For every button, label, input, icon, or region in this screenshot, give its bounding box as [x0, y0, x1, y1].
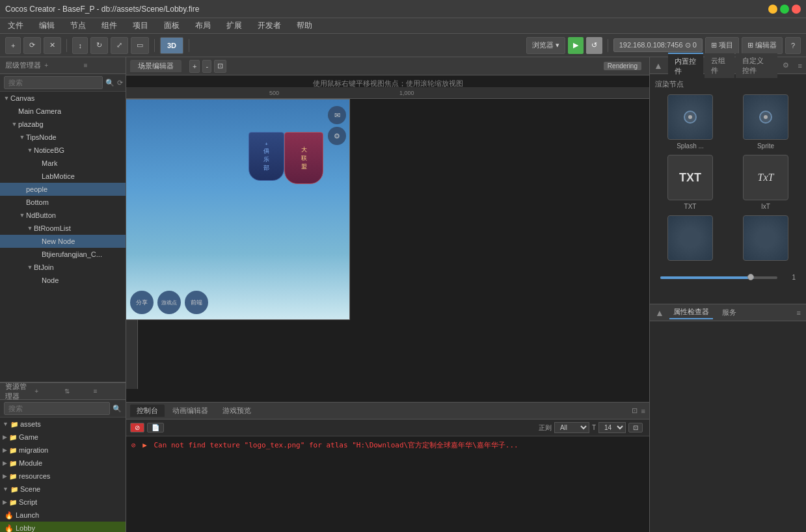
tree-item-node[interactable]: Node	[0, 274, 126, 287]
widget-settings-icon[interactable]: ⚙	[779, 61, 793, 70]
tree-item-people[interactable]: people	[0, 183, 126, 196]
rotate-tool[interactable]: ↻	[90, 37, 108, 54]
icon-mail[interactable]: ✉	[328, 106, 346, 124]
widget-thumb-sprite[interactable]	[743, 94, 788, 140]
play-button[interactable]: ▶	[568, 37, 584, 54]
browser-select[interactable]: 浏览器 ▾	[526, 37, 565, 54]
menu-panel[interactable]: 面板	[161, 19, 182, 33]
maximize-button[interactable]	[780, 5, 789, 14]
assets-sort-icon[interactable]: ⇅	[64, 388, 91, 395]
minimize-button[interactable]	[768, 5, 777, 14]
icon-settings[interactable]: ⚙	[328, 127, 346, 145]
rect-tool[interactable]: ▭	[131, 37, 149, 54]
hierarchy-add-icon[interactable]: +	[44, 62, 81, 69]
close-button[interactable]	[792, 5, 801, 14]
menu-developer[interactable]: 开发者	[255, 19, 284, 33]
scene-zoom-out[interactable]: -	[202, 60, 211, 73]
tree-item-ndbutton[interactable]: ▼ NdButton	[0, 209, 126, 222]
tab-preview[interactable]: 游戏预览	[216, 405, 258, 417]
club-banner[interactable]: + 俱 乐 部	[249, 132, 284, 181]
slider-handle[interactable]	[747, 274, 754, 280]
menu-file[interactable]: 文件	[5, 19, 26, 33]
asset-item-resources[interactable]: ▶ 📁 resources	[0, 470, 126, 483]
editor-button[interactable]: ⊞ 编辑器	[742, 37, 783, 54]
3d-mode-button[interactable]: 3D	[160, 37, 183, 54]
menu-component[interactable]: 组件	[99, 19, 120, 33]
tab-animation[interactable]: 动画编辑器	[166, 405, 215, 417]
menu-node[interactable]: 节点	[68, 19, 88, 33]
help-button[interactable]: ?	[785, 37, 801, 54]
project-button[interactable]: ⊞ 项目	[705, 37, 739, 54]
menu-edit[interactable]: 编辑	[36, 19, 57, 33]
assets-search-icon[interactable]: 🔍	[113, 405, 122, 413]
add-button[interactable]: +	[5, 37, 21, 54]
tree-item-mark[interactable]: Mark	[0, 157, 126, 170]
tree-item-btjierufangjian[interactable]: Btjierufangjian_C...	[0, 248, 126, 261]
console-extra-btn[interactable]: ⊡	[628, 423, 643, 432]
menu-extend[interactable]: 扩展	[224, 19, 245, 33]
ip-address: 192.168.0.108:7456 ⊙ 0	[613, 38, 703, 52]
hierarchy-search-input[interactable]	[4, 76, 103, 89]
widget-thumb-txt[interactable]: TXT	[667, 155, 713, 200]
widget-menu-icon[interactable]: ≡	[794, 62, 806, 70]
scene-canvas[interactable]: 使用鼠标右键平移视图焦点；使用滚轮缩放视图 500 1,000 1 玩家游戏账号…	[126, 75, 649, 402]
move-tool[interactable]: ↕	[72, 37, 88, 54]
stop-button[interactable]: ↺	[586, 37, 602, 54]
filter-level-select[interactable]: All Error Warn Info	[554, 422, 589, 433]
tree-item-tipsnode[interactable]: ▼ TipsNode	[0, 131, 126, 144]
refresh-button[interactable]: ⟳	[23, 37, 41, 54]
scene-zoom-in[interactable]: +	[189, 60, 200, 73]
console-close-icon[interactable]: ⊡	[632, 406, 638, 415]
close-button-tb[interactable]: ✕	[44, 37, 61, 54]
console-clear-btn[interactable]: ⊘	[130, 423, 144, 432]
console-file-btn[interactable]: 📄	[147, 423, 164, 432]
tree-item-btjoin[interactable]: ▼ BtJoin	[0, 261, 126, 274]
scriptfolder-icon: 📁	[9, 499, 17, 506]
asset-item-scene[interactable]: ▼ 📁 Scene	[0, 483, 126, 496]
tree-item-noticebg[interactable]: ▼ NoticeBG	[0, 144, 126, 157]
asset-item-assets[interactable]: ▼ 📁 assets	[0, 418, 126, 431]
widget-thumb-extra2[interactable]	[743, 215, 788, 261]
menu-project[interactable]: 项目	[130, 19, 151, 33]
alliance-banner[interactable]: 大 联 盟	[284, 132, 323, 184]
tree-item-canvas[interactable]: ▼ Canvas	[0, 92, 126, 105]
tab-console[interactable]: 控制台	[130, 405, 165, 417]
asset-item-game[interactable]: ▶ 📁 Game	[0, 431, 126, 444]
scene-zoom-fit[interactable]: ⊡	[214, 60, 226, 73]
tree-item-labmotice[interactable]: LabMotice	[0, 170, 126, 183]
arrow-canvas: ▼	[3, 95, 10, 101]
widget-thumb-itxt[interactable]: TxT	[743, 155, 788, 200]
hierarchy-menu-icon[interactable]: ≡	[84, 62, 120, 69]
launch-label: Launch	[16, 511, 39, 519]
scale-tool[interactable]: ⤢	[111, 37, 128, 54]
btn-gamepoints[interactable]: 游戏点	[157, 291, 181, 314]
tree-item-plazabg[interactable]: ▼ plazabg	[0, 118, 126, 131]
inspector-menu-icon[interactable]: ≡	[797, 309, 801, 317]
asset-item-launch[interactable]: 🔥 Launch	[0, 509, 126, 522]
scene-editor-tab[interactable]: 场景编辑器	[130, 60, 181, 72]
filter-size-select[interactable]: 14 12 16	[598, 422, 626, 433]
assets-menu-icon[interactable]: ≡	[94, 388, 120, 395]
btn-share[interactable]: 分享	[130, 291, 154, 314]
btn-frontend[interactable]: 前端	[185, 291, 208, 314]
widget-thumb-extra1[interactable]	[667, 215, 713, 261]
search-icon[interactable]: 🔍	[105, 79, 114, 87]
menu-help[interactable]: 帮助	[294, 19, 315, 33]
asset-item-lobby[interactable]: 🔥 Lobby	[0, 522, 126, 532]
asset-item-migration[interactable]: ▶ 📁 migration	[0, 444, 126, 457]
console-menu-icon[interactable]: ≡	[641, 407, 645, 415]
tree-item-btroomlist[interactable]: ▼ BtRoomList	[0, 222, 126, 235]
inspector-tab-main[interactable]: 属性检查器	[669, 306, 713, 319]
tree-item-maincamera[interactable]: Main Camera	[0, 105, 126, 118]
tree-item-newnode[interactable]: New Node	[0, 235, 126, 248]
widget-thumb-splash[interactable]	[667, 94, 713, 140]
slider-track[interactable]	[660, 276, 777, 279]
tree-item-bottom[interactable]: Bottom	[0, 196, 126, 209]
menu-layout[interactable]: 布局	[193, 19, 213, 33]
inspector-tab-service[interactable]: 服务	[718, 306, 740, 319]
asset-item-scriptfolder[interactable]: ▶ 📁 Script	[0, 496, 126, 509]
asset-item-module[interactable]: ▶ 📁 Module	[0, 457, 126, 470]
assets-add-icon[interactable]: +	[34, 388, 61, 395]
assets-search-input[interactable]	[4, 402, 110, 415]
refresh-icon[interactable]: ⟳	[117, 79, 123, 87]
